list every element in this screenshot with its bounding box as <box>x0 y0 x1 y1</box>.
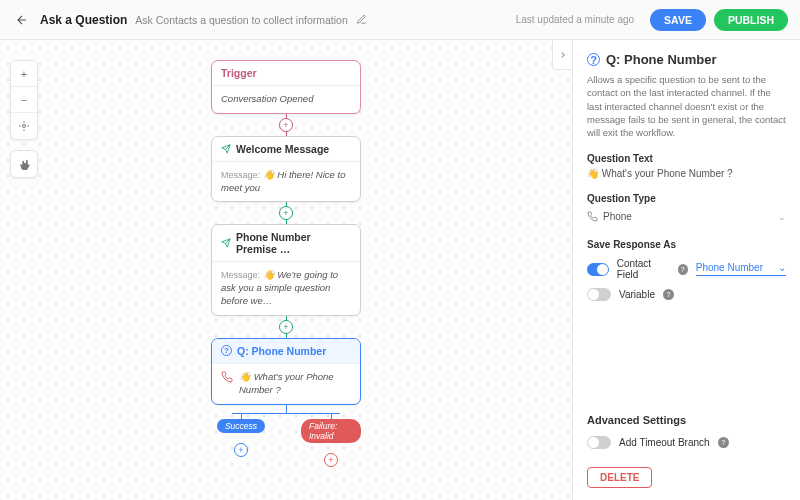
workflow-canvas[interactable]: + − Trigger Conversation Opened + Welcom… <box>0 40 572 500</box>
node-trigger[interactable]: Trigger Conversation Opened <box>211 60 361 114</box>
panel-title: ?Q: Phone Number <box>587 52 786 67</box>
branch-failure[interactable]: Failure: Invalid + <box>301 419 361 467</box>
branch-label: Success <box>217 419 265 433</box>
node-body: 👋 What's your Phone Number ? <box>239 371 351 397</box>
edit-icon[interactable] <box>356 14 367 25</box>
delete-button[interactable]: DELETE <box>587 467 652 488</box>
contact-field-select[interactable]: Phone Number⌄ <box>696 262 786 276</box>
timeout-label: Add Timeout Branch <box>619 437 710 448</box>
workflow-flow: Trigger Conversation Opened + Welcome Me… <box>211 60 361 467</box>
question-type-select[interactable]: Phone ⌄ <box>587 208 786 225</box>
collapse-panel-button[interactable] <box>552 40 572 70</box>
canvas-toolbox: + − <box>10 60 38 140</box>
send-icon <box>221 144 231 154</box>
node-question-phone[interactable]: ?Q: Phone Number 👋 What's your Phone Num… <box>211 338 361 405</box>
back-button[interactable] <box>12 10 32 30</box>
question-type-label: Question Type <box>587 193 786 204</box>
pan-tool-button[interactable] <box>10 150 38 178</box>
phone-icon <box>221 371 233 383</box>
question-branches: Success + Failure: Invalid + <box>211 419 361 467</box>
help-icon[interactable]: ? <box>663 289 674 300</box>
timeout-toggle[interactable] <box>587 436 611 449</box>
question-text-value[interactable]: 👋 What's your Phone Number ? <box>587 168 786 179</box>
panel-description: Allows a specific question to be sent to… <box>587 73 786 139</box>
send-icon <box>221 238 231 248</box>
add-step-icon[interactable]: + <box>234 443 248 457</box>
save-response-label: Save Response As <box>587 239 786 250</box>
top-bar: Ask a Question Ask Contacts a question t… <box>0 0 800 40</box>
node-title: Trigger <box>221 67 257 79</box>
variable-toggle[interactable] <box>587 288 611 301</box>
question-icon: ? <box>221 345 232 356</box>
fit-view-button[interactable] <box>11 113 37 139</box>
page-subtitle: Ask Contacts a question to collect infor… <box>135 14 347 26</box>
last-updated: Last updated a minute ago <box>516 14 634 25</box>
zoom-in-button[interactable]: + <box>11 61 37 87</box>
contact-field-toggle[interactable] <box>587 263 609 276</box>
help-icon[interactable]: ? <box>718 437 729 448</box>
variable-label: Variable <box>619 289 655 300</box>
add-step-icon[interactable]: + <box>279 206 293 220</box>
zoom-out-button[interactable]: − <box>11 87 37 113</box>
question-text-label: Question Text <box>587 153 786 164</box>
contact-field-label: Contact Field <box>617 258 670 280</box>
branch-success[interactable]: Success + <box>211 419 271 467</box>
page-title: Ask a Question <box>40 13 127 27</box>
add-step-icon[interactable]: + <box>324 453 338 467</box>
node-phone-premise[interactable]: Phone Number Premise … Message: 👋 We're … <box>211 224 361 315</box>
publish-button[interactable]: PUBLISH <box>714 9 788 31</box>
chevron-down-icon: ⌄ <box>778 212 786 222</box>
node-title: Q: Phone Number <box>237 345 326 357</box>
advanced-settings-label: Advanced Settings <box>587 414 786 426</box>
branch-label: Failure: Invalid <box>301 419 361 443</box>
phone-icon <box>587 211 598 222</box>
node-title: Welcome Message <box>236 143 329 155</box>
add-step-icon[interactable]: + <box>279 320 293 334</box>
add-step-icon[interactable]: + <box>279 118 293 132</box>
node-title: Phone Number Premise … <box>236 231 351 255</box>
properties-panel: ?Q: Phone Number Allows a specific quest… <box>572 40 800 500</box>
question-icon: ? <box>587 53 600 66</box>
node-body: Conversation Opened <box>221 93 313 104</box>
svg-point-0 <box>23 125 26 128</box>
save-button[interactable]: SAVE <box>650 9 706 31</box>
chevron-down-icon: ⌄ <box>778 262 786 273</box>
node-welcome-message[interactable]: Welcome Message Message: 👋 Hi there! Nic… <box>211 136 361 203</box>
help-icon[interactable]: ? <box>678 264 688 275</box>
